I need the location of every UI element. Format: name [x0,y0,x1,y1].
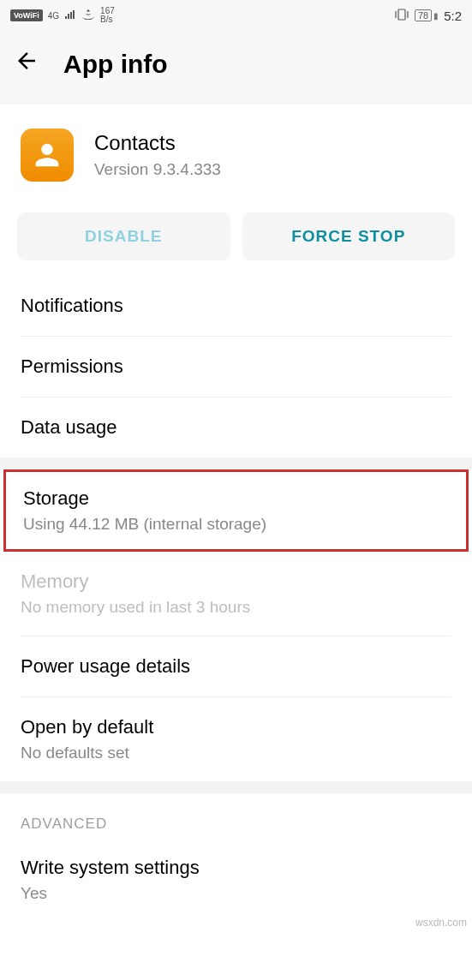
disable-button[interactable]: DISABLE [17,212,230,260]
open-by-default-item[interactable]: Open by default No defaults set [21,697,451,781]
watermark: wsxdn.com [415,917,467,929]
contacts-app-icon [21,128,74,182]
signal-icon [64,9,76,22]
speed-unit: B/s [100,15,115,24]
section-divider [0,457,472,469]
app-version: Version 9.3.4.333 [94,160,221,179]
storage-label: Storage [23,487,449,510]
status-left: VoWiFi 4G 167 B/s [10,7,115,24]
battery-level: 78 [415,9,432,21]
section-divider [0,781,472,793]
permissions-label: Permissions [21,356,451,378]
back-arrow-icon[interactable] [14,48,39,81]
wifi-icon [81,9,95,22]
write-system-sub: Yes [21,884,451,903]
open-by-default-label: Open by default [21,716,451,738]
storage-sub: Using 44.12 MB (internal storage) [23,515,449,534]
status-bar: VoWiFi 4G 167 B/s 78 ▮ 5:2 [0,0,472,31]
page-title: App info [63,50,168,79]
write-system-settings-item[interactable]: Write system settings Yes [21,838,451,906]
action-buttons: DISABLE FORCE STOP [0,202,472,276]
network-type: 4G [48,11,59,21]
write-system-label: Write system settings [21,857,451,879]
power-usage-item[interactable]: Power usage details [21,636,451,697]
memory-item: Memory No memory used in last 3 hours [21,552,451,636]
battery-tip: ▮ [433,11,439,21]
clock: 5:2 [444,9,462,23]
battery-indicator: 78 ▮ [415,9,439,21]
app-meta: Contacts Version 9.3.4.333 [94,131,221,179]
svg-rect-0 [398,9,405,20]
memory-label: Memory [21,571,451,593]
vibrate-icon [394,9,409,23]
notifications-item[interactable]: Notifications [21,276,451,337]
notifications-label: Notifications [21,295,451,317]
power-usage-label: Power usage details [21,655,451,678]
memory-sub: No memory used in last 3 hours [21,598,451,617]
data-usage-label: Data usage [21,416,451,439]
open-by-default-sub: No defaults set [21,744,451,762]
settings-list: Notifications Permissions Data usage Sto… [0,276,472,906]
status-right: 78 ▮ 5:2 [394,9,462,23]
advanced-section-header: ADVANCED [21,793,451,838]
network-speed: 167 B/s [100,7,115,24]
permissions-item[interactable]: Permissions [21,337,451,397]
force-stop-button[interactable]: FORCE STOP [242,212,456,260]
data-usage-item[interactable]: Data usage [21,397,451,457]
app-summary: Contacts Version 9.3.4.333 [0,105,472,202]
app-bar: App info [0,31,472,105]
storage-item[interactable]: Storage Using 44.12 MB (internal storage… [3,469,469,552]
app-name: Contacts [94,131,221,155]
vowifi-badge: VoWiFi [10,9,43,21]
